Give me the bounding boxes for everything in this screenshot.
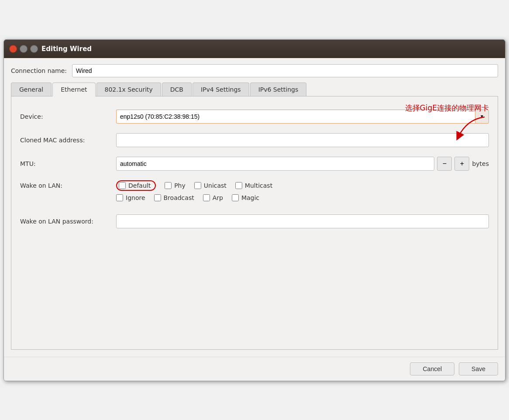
device-label: Device:	[20, 113, 116, 120]
wake-broadcast-option[interactable]: Broadcast	[154, 194, 194, 201]
mtu-label: MTU:	[20, 160, 116, 167]
wake-default-checkbox[interactable]	[119, 182, 126, 189]
mtu-unit: bytes	[472, 160, 489, 167]
wake-broadcast-label: Broadcast	[164, 194, 194, 201]
wake-default-label: Default	[128, 182, 151, 189]
wake-magic-checkbox[interactable]	[232, 194, 239, 201]
dialog-content: Connection name: General Ethernet 802.1x…	[4, 58, 505, 357]
connection-name-row: Connection name:	[11, 64, 498, 77]
wake-ignore-option[interactable]: Ignore	[116, 194, 145, 201]
wake-password-row: Wake on LAN password:	[20, 214, 489, 228]
wake-broadcast-checkbox[interactable]	[154, 194, 161, 201]
window-title: Editing Wired	[41, 45, 92, 53]
wake-ignore-checkbox[interactable]	[116, 194, 123, 201]
titlebar: Editing Wired	[4, 40, 505, 58]
wake-phy-label: Phy	[174, 182, 186, 189]
wake-options-row1: Default Phy Unicast Multicast	[116, 180, 489, 191]
wake-on-lan-options: Default Phy Unicast Multicast	[116, 180, 489, 205]
wake-arp-label: Arp	[213, 194, 223, 201]
tab-dcb[interactable]: DCB	[162, 83, 192, 96]
tab-ipv4[interactable]: IPv4 Settings	[193, 83, 249, 96]
ethernet-tab-content: 选择GigE连接的物理网卡 Device: ▼	[11, 96, 498, 350]
wake-ignore-label: Ignore	[126, 194, 145, 201]
wake-unicast-option[interactable]: Unicast	[194, 182, 227, 189]
minimize-button[interactable]	[20, 45, 28, 53]
cloned-mac-wrapper	[116, 133, 489, 147]
wake-arp-checkbox[interactable]	[203, 194, 210, 201]
close-button[interactable]	[9, 45, 17, 53]
device-dropdown-button[interactable]: ▼	[475, 110, 489, 124]
wake-on-lan-label: Wake on LAN:	[20, 180, 116, 189]
mtu-increase-button[interactable]: +	[454, 157, 469, 171]
wake-multicast-checkbox[interactable]	[235, 182, 242, 189]
wake-magic-option[interactable]: Magic	[232, 194, 259, 201]
wake-phy-checkbox[interactable]	[165, 182, 172, 189]
wake-arp-option[interactable]: Arp	[203, 194, 223, 201]
tab-8021x[interactable]: 802.1x Security	[96, 83, 161, 96]
cloned-mac-row: Cloned MAC address:	[20, 133, 489, 147]
wake-phy-option[interactable]: Phy	[165, 182, 186, 189]
save-button[interactable]: Save	[459, 362, 498, 375]
device-input[interactable]	[116, 110, 475, 124]
device-row: Device: ▼	[20, 110, 489, 124]
wake-multicast-option[interactable]: Multicast	[235, 182, 272, 189]
tab-ethernet[interactable]: Ethernet	[52, 83, 95, 96]
main-window: Editing Wired Connection name: General E…	[3, 39, 506, 381]
window-controls	[9, 45, 38, 53]
maximize-button[interactable]	[30, 45, 38, 53]
wake-password-wrapper	[116, 214, 489, 228]
tab-ipv6[interactable]: IPv6 Settings	[250, 83, 307, 96]
wake-on-lan-row: Wake on LAN: Default Phy	[20, 180, 489, 205]
wake-unicast-checkbox[interactable]	[194, 182, 201, 189]
dialog-footer: Cancel Save	[4, 357, 505, 381]
cloned-mac-label: Cloned MAC address:	[20, 137, 116, 144]
mtu-wrapper: − + bytes	[116, 157, 489, 171]
tab-bar: General Ethernet 802.1x Security DCB IPv…	[11, 83, 498, 96]
wake-unicast-label: Unicast	[204, 182, 227, 189]
wake-password-label: Wake on LAN password:	[20, 218, 116, 225]
wake-multicast-label: Multicast	[245, 182, 272, 189]
connection-name-label: Connection name:	[11, 67, 67, 74]
cloned-mac-input[interactable]	[116, 133, 489, 147]
tab-general[interactable]: General	[11, 83, 52, 96]
connection-name-input[interactable]	[72, 64, 498, 77]
wake-password-input[interactable]	[116, 214, 489, 228]
mtu-row: MTU: − + bytes	[20, 157, 489, 171]
device-select-wrapper: ▼	[116, 110, 489, 124]
wake-default-option[interactable]: Default	[116, 180, 156, 191]
mtu-input[interactable]	[116, 157, 434, 171]
wake-magic-label: Magic	[241, 194, 259, 201]
cancel-button[interactable]: Cancel	[410, 362, 454, 375]
mtu-decrease-button[interactable]: −	[437, 157, 452, 171]
wake-options-row2: Ignore Broadcast Arp Magic	[116, 194, 489, 201]
